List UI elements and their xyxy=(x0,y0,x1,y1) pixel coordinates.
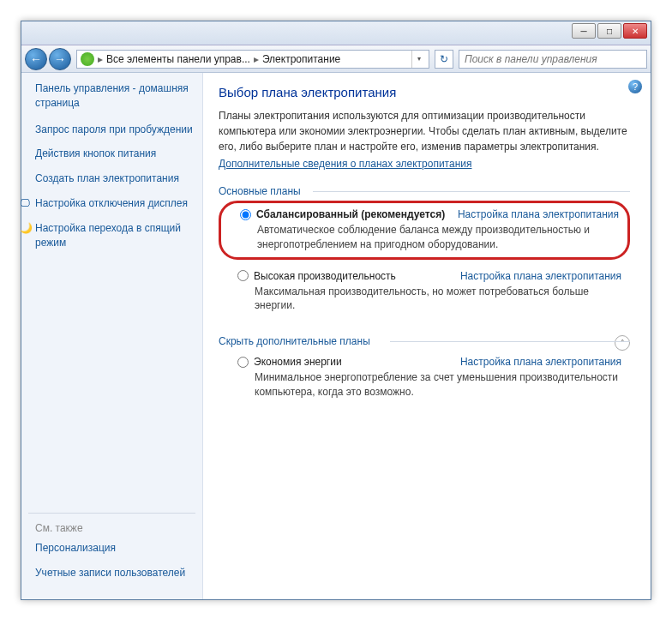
plan-energy-saver: Экономия энергии Настройка плана электро… xyxy=(219,349,630,406)
plan-energy-saver-desc: Минимальное энергопотребление за счет ум… xyxy=(237,370,621,400)
chevron-right-icon: ▸ xyxy=(254,53,259,65)
plan-energy-saver-radio[interactable] xyxy=(237,357,249,368)
sidebar-link-buttons[interactable]: Действия кнопок питания xyxy=(28,147,195,161)
panel-icon xyxy=(81,52,94,66)
main-panel: ? Выбор плана электропитания Планы элект… xyxy=(203,73,651,599)
breadcrumb-item[interactable]: Электропитание xyxy=(262,53,340,65)
plan-balanced-radio[interactable] xyxy=(240,209,251,220)
chevron-right-icon: ▸ xyxy=(98,53,103,65)
help-icon[interactable]: ? xyxy=(628,80,642,93)
plan-balanced-label[interactable]: Сбалансированный (рекомендуется) xyxy=(240,208,445,220)
display-icon: 🖵 xyxy=(20,196,32,208)
refresh-button[interactable]: ↻ xyxy=(435,50,453,69)
titlebar: ─ □ ✕ xyxy=(21,21,651,45)
content-area: Панель управления - домашняя страница За… xyxy=(21,73,651,599)
page-description: Планы электропитания используются для оп… xyxy=(219,108,630,154)
plan-high-perf: Высокая производительность Настройка пла… xyxy=(219,263,630,321)
close-button[interactable]: ✕ xyxy=(623,23,647,39)
search-input[interactable] xyxy=(459,50,647,69)
sidebar-link-create-plan[interactable]: Создать план электропитания xyxy=(28,171,195,186)
minimize-button[interactable]: ─ xyxy=(572,23,596,39)
plan-energy-saver-label[interactable]: Экономия энергии xyxy=(237,356,342,368)
more-info-link[interactable]: Дополнительные сведения о планах электро… xyxy=(219,158,471,170)
plan-high-perf-radio[interactable] xyxy=(237,270,249,281)
sidebar-link-sleep[interactable]: 🌙 Настройка перехода в спящий режим xyxy=(28,221,195,250)
breadcrumb-dropdown[interactable]: ▾ xyxy=(411,51,425,68)
sidebar-link-display-off[interactable]: 🖵 Настройка отключения дисплея xyxy=(28,196,195,211)
additional-plans-label: Скрыть дополнительные планы ˄ xyxy=(219,335,630,347)
back-button[interactable]: ← xyxy=(25,48,47,70)
navbar: ← → ▸ Все элементы панели управ... ▸ Эле… xyxy=(21,45,651,73)
basic-plans-label: Основные планы xyxy=(219,185,630,197)
forward-button[interactable]: → xyxy=(49,48,71,70)
plan-high-perf-desc: Максимальная производительность, но може… xyxy=(237,285,621,314)
plan-balanced: Сбалансированный (рекомендуется) Настрой… xyxy=(219,201,630,260)
plan-balanced-desc: Автоматическое соблюдение баланса между … xyxy=(240,223,619,252)
plan-energy-saver-settings-link[interactable]: Настройка плана электропитания xyxy=(460,356,621,368)
see-also-label: См. также xyxy=(28,513,195,534)
moon-icon: 🌙 xyxy=(20,221,32,233)
sidebar-home-link[interactable]: Панель управления - домашняя страница xyxy=(28,81,195,111)
plan-high-perf-label[interactable]: Высокая производительность xyxy=(237,270,396,282)
sidebar: Панель управления - домашняя страница За… xyxy=(21,73,203,599)
page-title: Выбор плана электропитания xyxy=(219,85,630,99)
control-panel-window: ─ □ ✕ ← → ▸ Все элементы панели управ...… xyxy=(21,21,651,600)
breadcrumb-item[interactable]: Все элементы панели управ... xyxy=(106,53,250,65)
maximize-button[interactable]: □ xyxy=(597,23,621,39)
see-also-personalization[interactable]: Персонализация xyxy=(28,541,195,556)
plan-high-perf-settings-link[interactable]: Настройка плана электропитания xyxy=(460,270,621,282)
see-also-accounts[interactable]: Учетные записи пользователей xyxy=(28,566,195,580)
plan-balanced-settings-link[interactable]: Настройка плана электропитания xyxy=(458,208,619,220)
sidebar-link-password[interactable]: Запрос пароля при пробуждении xyxy=(28,123,195,137)
breadcrumb[interactable]: ▸ Все элементы панели управ... ▸ Электро… xyxy=(76,50,429,69)
